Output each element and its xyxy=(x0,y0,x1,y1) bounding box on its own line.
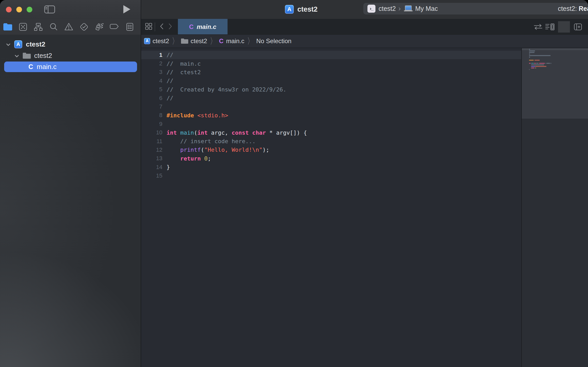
code-text: int main(int argc, const char * argv[]) … xyxy=(167,129,307,136)
code-line-13[interactable]: 13 return 0; xyxy=(141,154,521,163)
code-editor[interactable]: 1//2// main.c3// ctest24//5// Created by… xyxy=(141,48,521,367)
tree-item-label: ctest2 xyxy=(26,40,45,48)
code-text: return 0; xyxy=(167,155,211,162)
line-number[interactable]: 11 xyxy=(141,138,162,145)
code-line-3[interactable]: 3// ctest2 xyxy=(141,68,521,77)
code-text: } xyxy=(167,164,170,170)
code-lines: 1//2// main.c3// ctest24//5// Created by… xyxy=(141,51,521,180)
tree-item-label: ctest2 xyxy=(34,52,52,60)
folder-icon xyxy=(181,39,188,44)
code-text: // xyxy=(167,95,174,101)
code-line-9[interactable]: 9 xyxy=(141,120,521,128)
destination-selector[interactable]: My Mac xyxy=(415,5,438,12)
code-line-7[interactable]: 7 xyxy=(141,102,521,111)
line-number[interactable]: 4 xyxy=(141,78,162,84)
code-line-1[interactable]: 1// xyxy=(141,51,521,59)
divider xyxy=(558,21,570,33)
jump-bar: A ctest2 〉 ctest2 〉 C main.c 〉 No Select… xyxy=(141,35,588,48)
add-editor-icon[interactable] xyxy=(572,21,584,33)
forward-icon[interactable] xyxy=(166,23,175,31)
tree-item-project[interactable]: A ctest2 xyxy=(0,39,45,50)
source-control-navigator-icon[interactable] xyxy=(15,21,31,33)
code-text: #include <stdio.h> xyxy=(167,112,228,119)
minimap-code-thumbnail xyxy=(529,49,586,72)
line-number[interactable]: 10 xyxy=(141,129,162,136)
line-number[interactable]: 3 xyxy=(141,69,162,75)
zoom-button[interactable] xyxy=(27,7,32,12)
editor-options-icon[interactable] xyxy=(544,21,556,33)
code-text: // main.c xyxy=(167,60,201,67)
code-text: // ctest2 xyxy=(167,69,201,75)
code-text: // xyxy=(167,78,174,84)
project-app-icon: A xyxy=(14,40,22,48)
code-line-14[interactable]: 14} xyxy=(141,163,521,171)
status-state: Ready xyxy=(579,5,588,12)
activity-status: ctest2: Ready | Today at 19:54 xyxy=(558,5,588,12)
find-navigator-icon[interactable] xyxy=(46,21,61,33)
code-line-15[interactable]: 15 xyxy=(141,171,521,180)
minimap[interactable] xyxy=(522,48,588,367)
tree-item-main-c-selected[interactable]: C main.c xyxy=(4,62,137,72)
minimize-button[interactable] xyxy=(16,7,22,12)
chevron-right-icon: › xyxy=(398,5,401,13)
symbol-navigator-icon[interactable] xyxy=(31,21,46,33)
titlebar-right: A ctest2 ›_ ctest2 › My Mac ctest2: Read… xyxy=(141,0,588,19)
my-mac-icon xyxy=(404,5,413,12)
tree-item-folder[interactable]: ctest2 xyxy=(0,50,52,61)
jumpbar-group[interactable]: ctest2 xyxy=(191,37,207,45)
code-line-8[interactable]: 8#include <stdio.h> xyxy=(141,111,521,120)
c-file-icon: C xyxy=(219,37,223,45)
report-navigator-icon[interactable] xyxy=(122,21,137,33)
related-items-icon[interactable] xyxy=(145,22,153,31)
tab-main-c[interactable]: C main.c xyxy=(178,19,228,35)
jumpbar-selection[interactable]: No Selection xyxy=(256,37,291,45)
line-number[interactable]: 7 xyxy=(141,103,162,110)
run-button[interactable] xyxy=(123,5,130,13)
titlebar-left xyxy=(0,0,141,19)
project-navigator-icon[interactable] xyxy=(0,21,15,33)
chevron-down-icon[interactable] xyxy=(14,52,19,60)
code-line-10[interactable]: 10int main(int argc, const char * argv[]… xyxy=(141,128,521,137)
line-number[interactable]: 6 xyxy=(141,95,162,102)
line-number[interactable]: 14 xyxy=(141,164,162,171)
chevron-right-icon: 〉 xyxy=(247,35,253,47)
chevron-down-icon[interactable] xyxy=(6,40,11,48)
back-icon[interactable] xyxy=(157,23,166,31)
navigator-bar xyxy=(0,19,141,35)
sidebar-divider[interactable] xyxy=(141,0,141,367)
line-number[interactable]: 2 xyxy=(141,60,162,67)
code-review-icon[interactable] xyxy=(532,21,544,33)
line-number[interactable]: 15 xyxy=(141,172,162,179)
folder-icon xyxy=(23,53,31,59)
test-navigator-icon[interactable] xyxy=(76,21,92,33)
c-file-icon: C xyxy=(28,63,33,71)
code-text: printf("Hello, World!\n"); xyxy=(167,147,269,153)
line-number[interactable]: 5 xyxy=(141,86,162,93)
issue-navigator-icon[interactable] xyxy=(61,21,76,33)
line-number[interactable]: 1 xyxy=(141,52,162,58)
debug-navigator-icon[interactable] xyxy=(92,21,107,33)
divider xyxy=(155,22,155,31)
jumpbar-file[interactable]: main.c xyxy=(226,37,244,45)
tab-label: main.c xyxy=(197,23,216,30)
line-number[interactable]: 9 xyxy=(141,121,162,127)
code-line-4[interactable]: 4// xyxy=(141,77,521,85)
scheme-and-status-bar: ›_ ctest2 › My Mac ctest2: Ready | Today… xyxy=(363,3,588,14)
code-line-5[interactable]: 5// Created by 4nsw3r on 2022/9/26. xyxy=(141,85,521,94)
sidebar-toggle-icon[interactable] xyxy=(44,5,55,13)
breakpoint-navigator-icon[interactable] xyxy=(107,21,122,33)
code-line-2[interactable]: 2// main.c xyxy=(141,59,521,68)
code-line-6[interactable]: 6// xyxy=(141,94,521,102)
project-app-icon: A xyxy=(144,38,150,44)
jumpbar-project[interactable]: ctest2 xyxy=(153,37,169,45)
code-text: // Created by 4nsw3r on 2022/9/26. xyxy=(167,86,287,93)
code-line-12[interactable]: 12 printf("Hello, World!\n"); xyxy=(141,146,521,154)
line-number[interactable]: 13 xyxy=(141,155,162,162)
code-line-11[interactable]: 11 // insert code here... xyxy=(141,137,521,146)
xcode-window: A ctest2 ›_ ctest2 › My Mac ctest2: Read… xyxy=(0,0,588,367)
line-number[interactable]: 8 xyxy=(141,112,162,119)
scheme-selector[interactable]: ctest2 xyxy=(379,5,396,12)
line-number[interactable]: 12 xyxy=(141,147,162,153)
code-text: // insert code here... xyxy=(167,138,255,144)
close-button[interactable] xyxy=(6,7,12,12)
